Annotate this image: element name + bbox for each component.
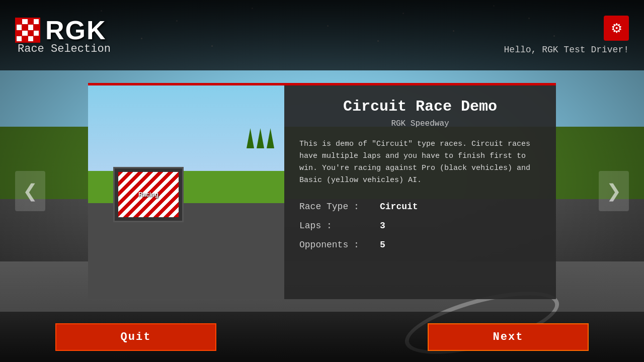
quit-button[interactable]: Quit [55, 323, 216, 351]
tree-3 [267, 128, 274, 148]
opponents-value: 5 [380, 240, 385, 250]
next-race-button[interactable]: ❯ [599, 171, 629, 211]
checkered-flag-icon [15, 18, 40, 43]
prev-race-button[interactable]: ❮ [15, 171, 45, 211]
race-track-name: RGK Speedway [299, 119, 541, 128]
settings-button[interactable]: ⚙ [604, 16, 629, 41]
main-content: ❮ Racing Circuit Race Demo RGK Speedway … [0, 70, 644, 312]
laps-label: Laps : [299, 221, 380, 231]
footer: Quit Next [0, 312, 644, 362]
race-type-value: Circuit [380, 202, 418, 212]
stat-row-type: Race Type : Circuit [299, 202, 541, 212]
logo-area: RGK Race Selection [15, 15, 111, 55]
race-stats: Race Type : Circuit Laps : 3 Opponents :… [299, 202, 541, 250]
tree-2 [257, 128, 264, 148]
race-info-panel: Circuit Race Demo RGK Speedway This is d… [284, 85, 556, 299]
page-subtitle: Race Selection [18, 43, 111, 55]
preview-banner: Racing [113, 167, 184, 222]
chevron-left-icon: ❮ [23, 180, 38, 202]
race-title: Circuit Race Demo [299, 98, 541, 115]
racing-banner-inner: Racing [118, 172, 179, 217]
stat-row-opponents: Opponents : 5 [299, 240, 541, 250]
header: RGK Race Selection ⚙ Hello, RGK Test Dri… [0, 0, 644, 70]
tree-1 [247, 128, 254, 148]
race-description: This is demo of "Circuit" type races. Ci… [299, 138, 541, 187]
laps-value: 3 [380, 221, 385, 231]
opponents-label: Opponents : [299, 240, 380, 250]
race-card: Racing Circuit Race Demo RGK Speedway Th… [88, 83, 556, 299]
logo-text: RGK [45, 15, 107, 45]
logo-container: RGK [15, 15, 111, 45]
next-button[interactable]: Next [428, 323, 589, 351]
greeting-text: Hello, RGK Test Driver! [504, 45, 629, 55]
stat-row-laps: Laps : 3 [299, 221, 541, 231]
header-right: ⚙ Hello, RGK Test Driver! [504, 16, 629, 55]
chevron-right-icon: ❯ [606, 180, 621, 202]
gear-icon: ⚙ [611, 21, 622, 36]
race-preview-image: Racing [88, 85, 284, 299]
preview-trees [247, 128, 274, 148]
race-type-label: Race Type : [299, 202, 380, 212]
